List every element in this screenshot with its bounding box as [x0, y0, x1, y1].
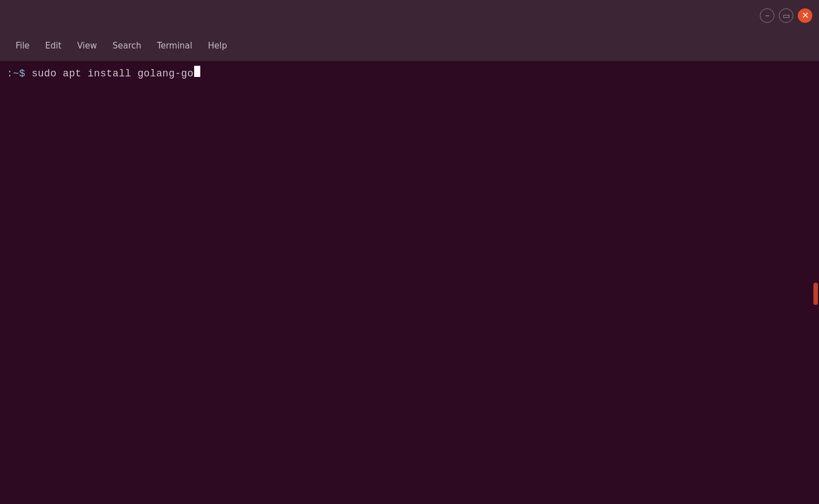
- terminal-cursor: [194, 66, 200, 77]
- terminal-command: sudo apt install golang-go: [32, 66, 194, 82]
- window-controls: − ▭ ✕: [760, 8, 812, 23]
- menu-item-search[interactable]: Search: [106, 37, 148, 54]
- menu-item-file[interactable]: File: [9, 37, 36, 54]
- menu-item-terminal[interactable]: Terminal: [150, 37, 199, 54]
- terminal-line: :~$ sudo apt install golang-go: [7, 66, 812, 82]
- close-button[interactable]: ✕: [798, 8, 812, 23]
- maximize-icon: ▭: [783, 11, 790, 20]
- menu-item-edit[interactable]: Edit: [38, 37, 68, 54]
- minimize-icon: −: [765, 11, 769, 20]
- close-icon: ✕: [802, 10, 809, 21]
- maximize-button[interactable]: ▭: [779, 8, 793, 23]
- minimize-button[interactable]: −: [760, 8, 774, 23]
- terminal-prompt: :~$: [7, 66, 32, 82]
- titlebar: − ▭ ✕: [0, 0, 819, 31]
- menubar: File Edit View Search Terminal Help: [0, 31, 819, 61]
- scrollbar-thumb: [813, 283, 818, 305]
- menu-item-help[interactable]: Help: [201, 37, 234, 54]
- terminal-window: − ▭ ✕ File Edit View Search Terminal Hel…: [0, 0, 819, 504]
- menu-item-view[interactable]: View: [70, 37, 104, 54]
- scrollbar[interactable]: [812, 61, 819, 504]
- terminal-body[interactable]: :~$ sudo apt install golang-go: [0, 61, 819, 504]
